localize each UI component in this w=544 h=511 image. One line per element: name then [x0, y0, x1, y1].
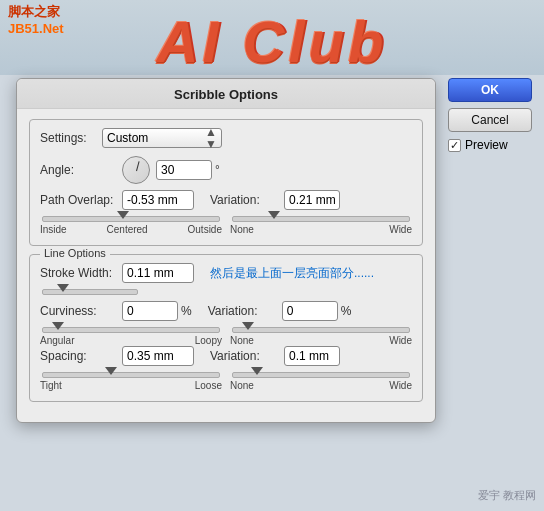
- ok-button[interactable]: OK: [448, 78, 532, 102]
- stroke-width-row: Stroke Width: 然后是最上面一层亮面部分......: [40, 263, 412, 283]
- path-overlap-row: Path Overlap: Variation:: [40, 190, 412, 210]
- variation-label: Variation:: [210, 193, 278, 207]
- path-overlap-thumb[interactable]: [117, 211, 129, 219]
- spacing-wide-label: Wide: [389, 380, 412, 391]
- settings-dropdown[interactable]: Custom ▲ ▼: [102, 128, 222, 148]
- curviness-variation-thumb[interactable]: [242, 322, 254, 330]
- spacing-thumb[interactable]: [105, 367, 117, 375]
- path-inside-label: Inside: [40, 224, 67, 235]
- banner-title: AI Club: [157, 8, 388, 75]
- settings-label: Settings:: [40, 131, 102, 145]
- spacing-none-label: None: [230, 380, 254, 391]
- curviness-variation-unit: %: [341, 304, 352, 318]
- line-options-label: Line Options: [40, 247, 110, 259]
- scribble-options-dialog: Scribble Options Settings: Custom ▲ ▼ An…: [16, 78, 436, 423]
- dialog-title: Scribble Options: [17, 79, 435, 109]
- preview-checkbox[interactable]: [448, 139, 461, 152]
- angle-label: Angle:: [40, 163, 122, 177]
- stroke-width-input[interactable]: [122, 263, 194, 283]
- curviness-thumb[interactable]: [52, 322, 64, 330]
- curviness-sliders: Angular Loopy None Wide: [40, 327, 412, 346]
- curviness-input[interactable]: [122, 301, 178, 321]
- curviness-row: Curviness: % Variation: %: [40, 301, 412, 321]
- curviness-slider-section: Angular Loopy: [40, 327, 222, 346]
- path-overlap-labels: Inside Centered Outside: [40, 224, 222, 235]
- angle-indicator: [136, 161, 140, 171]
- curviness-variation-labels: None Wide: [230, 335, 412, 346]
- path-outside-label: Outside: [188, 224, 222, 235]
- banner-logo: 脚本之家 JB51.Net: [8, 4, 64, 38]
- settings-row: Settings: Custom ▲ ▼: [40, 128, 412, 148]
- spacing-labels: Tight Loose: [40, 380, 222, 391]
- spacing-variation-labels: None Wide: [230, 380, 412, 391]
- settings-group: Settings: Custom ▲ ▼ Angle: °: [29, 119, 423, 246]
- curviness-variation-track[interactable]: [232, 327, 410, 333]
- path-overlap-label: Path Overlap:: [40, 193, 122, 207]
- curv-none-label: None: [230, 335, 254, 346]
- stroke-width-thumb[interactable]: [57, 284, 69, 292]
- logo-line1: 脚本之家: [8, 4, 64, 21]
- spacing-variation-label: Variation:: [210, 349, 278, 363]
- variation-wide-label: Wide: [389, 224, 412, 235]
- curviness-labels: Angular Loopy: [40, 335, 222, 346]
- logo-line2: JB51.Net: [8, 21, 64, 38]
- curviness-unit: %: [181, 304, 192, 318]
- banner: 脚本之家 JB51.Net AI Club: [0, 0, 544, 75]
- preview-label: Preview: [465, 138, 508, 152]
- spacing-input[interactable]: [122, 346, 194, 366]
- path-overlap-slider-section: Inside Centered Outside: [40, 216, 222, 235]
- spacing-variation-slider-section: None Wide: [230, 372, 412, 391]
- curv-wide-label: Wide: [389, 335, 412, 346]
- curviness-track[interactable]: [42, 327, 220, 333]
- spacing-row: Spacing: Variation:: [40, 346, 412, 366]
- angle-row: Angle: °: [40, 156, 412, 184]
- loopy-label: Loopy: [195, 335, 222, 346]
- spacing-variation-track[interactable]: [232, 372, 410, 378]
- path-variation-thumb[interactable]: [268, 211, 280, 219]
- preview-row: Preview: [448, 138, 532, 152]
- dialog-body: Settings: Custom ▲ ▼ Angle: °: [17, 109, 435, 422]
- watermark: 爱宇 教程网: [478, 488, 536, 503]
- annotation-text: 然后是最上面一层亮面部分......: [210, 265, 374, 282]
- dropdown-arrow-icon: ▲ ▼: [205, 126, 217, 150]
- loose-label: Loose: [195, 380, 222, 391]
- variation-none-label: None: [230, 224, 254, 235]
- spacing-variation-input[interactable]: [284, 346, 340, 366]
- line-options-group: Line Options Stroke Width: 然后是最上面一层亮面部分.…: [29, 254, 423, 402]
- stroke-width-track[interactable]: [42, 289, 138, 295]
- path-overlap-input[interactable]: [122, 190, 194, 210]
- stroke-width-slider-container: [40, 289, 140, 295]
- cancel-button[interactable]: Cancel: [448, 108, 532, 132]
- path-variation-labels: None Wide: [230, 224, 412, 235]
- stroke-width-label: Stroke Width:: [40, 266, 122, 280]
- curviness-variation-slider-section: None Wide: [230, 327, 412, 346]
- path-centered-label: Centered: [107, 224, 148, 235]
- curviness-label: Curviness:: [40, 304, 122, 318]
- curviness-variation-label: Variation:: [208, 304, 276, 318]
- path-overlap-sliders: Inside Centered Outside None Wide: [40, 216, 412, 235]
- spacing-sliders: Tight Loose None Wide: [40, 372, 412, 391]
- spacing-label: Spacing:: [40, 349, 122, 363]
- spacing-slider-section: Tight Loose: [40, 372, 222, 391]
- right-panel: OK Cancel Preview: [448, 78, 532, 152]
- settings-dropdown-value: Custom: [107, 131, 203, 145]
- angle-input[interactable]: [156, 160, 212, 180]
- path-overlap-track[interactable]: [42, 216, 220, 222]
- angle-unit: °: [215, 163, 220, 177]
- spacing-variation-thumb[interactable]: [251, 367, 263, 375]
- spacing-track[interactable]: [42, 372, 220, 378]
- path-variation-input[interactable]: [284, 190, 340, 210]
- angular-label: Angular: [40, 335, 74, 346]
- angle-dial[interactable]: [122, 156, 150, 184]
- path-variation-track[interactable]: [232, 216, 410, 222]
- tight-label: Tight: [40, 380, 62, 391]
- path-variation-slider-section: None Wide: [230, 216, 412, 235]
- curviness-variation-input[interactable]: [282, 301, 338, 321]
